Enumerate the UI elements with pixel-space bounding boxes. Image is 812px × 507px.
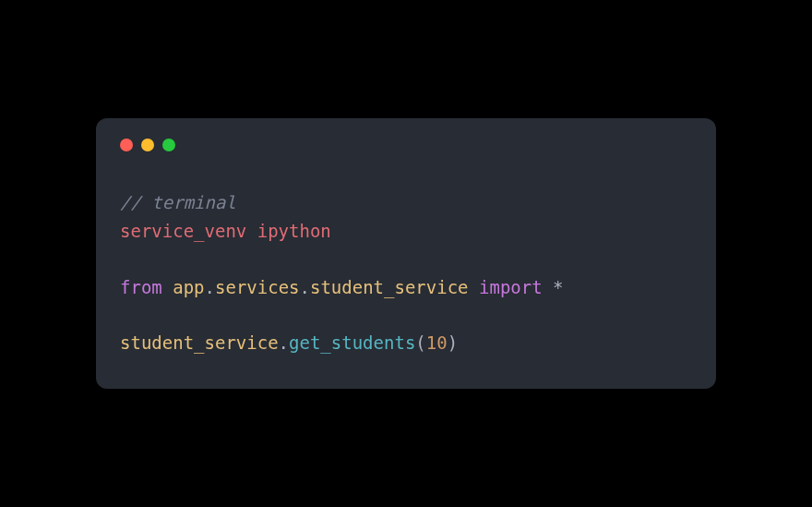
code-line-blank (120, 301, 692, 329)
token-command: ipython (257, 221, 331, 241)
code-editor-window: // terminalservice_venv ipythonfrom app.… (96, 118, 716, 388)
token-star: * (553, 277, 563, 297)
maximize-icon[interactable] (162, 139, 175, 151)
token-space (469, 277, 479, 297)
code-line-2: service_venv ipython (120, 217, 692, 245)
token-number: 10 (426, 332, 448, 353)
close-icon[interactable] (120, 139, 133, 151)
token-method: get_students (289, 332, 415, 353)
token-paren-open: ( (415, 332, 425, 353)
token-module: student_service (310, 277, 469, 297)
token-space (543, 277, 553, 297)
token-keyword-from: from (120, 277, 162, 297)
code-line-blank (120, 245, 692, 272)
minimize-icon[interactable] (141, 139, 154, 151)
token-keyword-import: import (479, 277, 543, 297)
comment-slash: // (120, 192, 151, 212)
token-dot: . (300, 277, 310, 297)
token-paren-close: ) (448, 332, 458, 353)
code-line-6: student_service.get_students(10) (120, 329, 692, 356)
token-module: services (215, 277, 300, 297)
token-command: service_venv (120, 221, 246, 241)
code-line-4: from app.services.student_service import… (120, 273, 692, 301)
token-dot: . (279, 332, 289, 353)
token-space (246, 221, 257, 241)
token-module: app (173, 277, 204, 297)
token-dot: . (205, 277, 215, 297)
code-content: // terminalservice_venv ipythonfrom app.… (120, 188, 692, 356)
comment-text: terminal (151, 192, 236, 212)
code-line-1: // terminal (120, 188, 692, 216)
window-controls (120, 139, 692, 151)
token-space (162, 277, 173, 297)
token-object: student_service (120, 332, 279, 353)
